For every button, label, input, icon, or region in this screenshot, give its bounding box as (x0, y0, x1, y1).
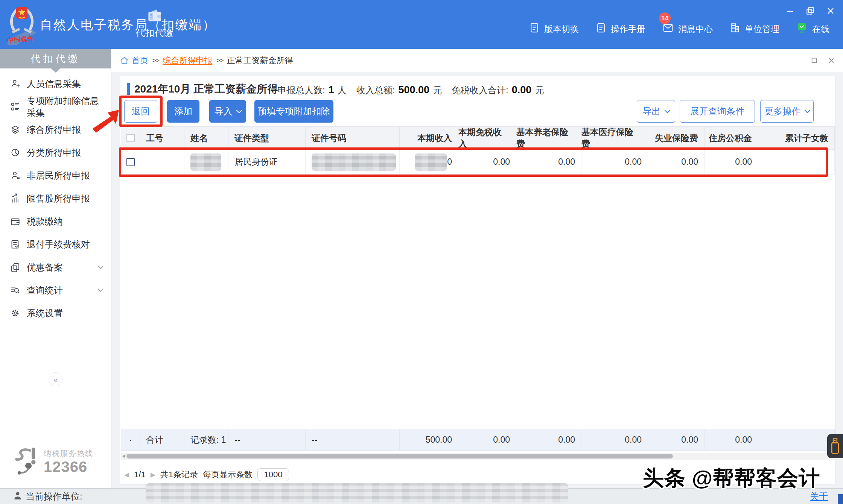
sidebar-item-label: 专项附加扣除信息采集 (27, 95, 103, 119)
sidebar-item-query-statistics[interactable]: 查询统计 (0, 279, 111, 302)
gear-icon (10, 308, 20, 318)
cell-pension: 0.00 (516, 150, 581, 174)
col-header-children-education: 累计子女教 (758, 127, 835, 149)
document-icon (595, 22, 607, 36)
chevron-down-icon (98, 263, 104, 269)
tab-withholding-module[interactable]: 代扣代缴 (129, 7, 180, 46)
import-button-label: 导入 (215, 105, 233, 117)
prefill-special-deduction-button[interactable]: 预填专项附加扣除 (254, 100, 333, 123)
col-header-cert-type: 证件类型 (228, 127, 306, 149)
header-menu: 版本切换 操作手册 14 消息中心 单位管理 在线 (529, 22, 829, 36)
menu-item-message-center[interactable]: 14 消息中心 (662, 22, 713, 36)
import-button[interactable]: 导入 (209, 100, 246, 123)
hotline-number: 12366 (44, 458, 93, 475)
sidebar-item-preferential-filing[interactable]: 优惠备案 (0, 256, 111, 279)
export-button[interactable]: 导出 (637, 100, 675, 123)
menu-item-unit-management[interactable]: 单位管理 (729, 22, 779, 36)
sidebar-collapse-button[interactable]: « (49, 372, 62, 386)
hotline-logo (12, 447, 39, 477)
stat-value: 1 (329, 84, 334, 96)
bar-chart-icon (10, 193, 20, 203)
sidebar-item-label: 优惠备案 (27, 261, 63, 273)
wallet-icon (129, 8, 180, 24)
hotline-label: 纳税服务热线 (44, 448, 93, 458)
scrollbar-thumb[interactable] (126, 454, 673, 458)
close-button[interactable] (826, 6, 835, 16)
add-button[interactable]: 添加 (167, 100, 199, 123)
total-cert-type-cell: -- (228, 429, 306, 450)
document-check-icon (10, 239, 20, 249)
sidebar-item-label: 综合所得申报 (27, 124, 81, 136)
col-header-name: 姓名 (184, 127, 228, 149)
copy-icon (10, 262, 20, 272)
cell-taxfree-income: 0.00 (458, 150, 516, 174)
breadcrumb-home[interactable]: 首页 (120, 55, 148, 66)
prefill-button-label: 预填专项附加扣除 (258, 105, 330, 117)
sidebar-item-restricted-stock-income[interactable]: 限售股所得申报 (0, 187, 111, 210)
row-checkbox-cell (121, 150, 140, 174)
expand-query-button[interactable]: 展开查询条件 (680, 100, 755, 123)
window-controls (785, 6, 835, 16)
sidebar-item-personnel-info[interactable]: 人员信息采集 (0, 72, 111, 95)
sidebar-item-refund-fee-check[interactable]: 退付手续费核对 (0, 233, 111, 256)
menu-item-online-status[interactable]: 在线 (796, 22, 829, 36)
stat-unit: 人 (338, 84, 347, 96)
total-medical-cell: 0.00 (581, 429, 648, 450)
period-title: 2021年10月 正常工资薪金所得 (134, 82, 278, 96)
more-actions-button[interactable]: 更多操作 (760, 100, 814, 123)
panel-restore-icon[interactable] (811, 57, 817, 64)
person-icon (10, 170, 20, 181)
total-pension-cell: 0.00 (516, 429, 581, 450)
form-list-icon (10, 102, 20, 112)
sidebar-item-special-deduction-info[interactable]: 专项附加扣除信息采集 (0, 95, 111, 118)
layers-icon (10, 124, 20, 135)
sidebar-item-comprehensive-income[interactable]: 综合所得申报 (0, 118, 111, 141)
home-icon (120, 56, 129, 65)
redacted-operator-unit (146, 483, 568, 502)
svg-text:中国税务: 中国税务 (7, 35, 35, 44)
next-page-button[interactable]: ▶ (151, 471, 155, 479)
breadcrumb-separator: >> (216, 56, 223, 65)
title-accent-bar (127, 83, 130, 95)
table-row[interactable]: 居民身份证 0 0.00 0.00 0.00 0.00 0.00 0 (121, 150, 835, 175)
scroll-left-arrow-icon[interactable] (122, 454, 125, 458)
sidebar-item-system-settings[interactable]: 系统设置 (0, 302, 111, 325)
usb-tray-widget[interactable] (827, 434, 843, 458)
select-all-checkbox[interactable] (126, 134, 135, 142)
page-indicator: 1/1 (134, 470, 146, 480)
menu-item-label: 单位管理 (745, 23, 779, 35)
cell-housing-fund: 0.00 (705, 150, 758, 174)
col-header-pension: 基本养老保险费 (516, 127, 581, 149)
chevron-down-icon (236, 107, 242, 113)
restore-button[interactable] (805, 6, 815, 16)
stat-label: 收入总额: (356, 84, 395, 96)
back-button[interactable]: 返回 (124, 100, 157, 123)
redacted-income (415, 153, 447, 171)
total-income-cell: 500.00 (400, 429, 458, 450)
breadcrumb-link-comprehensive-income[interactable]: 综合所得申报 (163, 55, 212, 66)
col-header-unemployment: 失业保险费 (648, 127, 705, 149)
minimize-button[interactable] (785, 6, 795, 16)
search-list-icon (10, 285, 20, 295)
cell-cert-no (306, 150, 400, 174)
stat-label: 申报总人数: (277, 84, 325, 96)
cell-current-income: 0 (400, 150, 458, 174)
prev-page-button[interactable]: ◀ (124, 471, 129, 479)
sidebar-item-tax-payment[interactable]: 税款缴纳 (0, 210, 111, 233)
chevron-down-icon (664, 107, 670, 113)
expand-query-label: 展开查询条件 (690, 105, 744, 117)
menu-item-version-switch[interactable]: 版本切换 (529, 22, 579, 36)
col-header-taxfree-income: 本期免税收入 (458, 127, 516, 149)
horizontal-scrollbar[interactable] (121, 453, 835, 460)
row-checkbox[interactable] (126, 158, 135, 166)
panel-close-icon[interactable] (828, 57, 835, 64)
export-button-label: 导出 (643, 105, 661, 117)
watermark-text: 头条 @帮帮客会计 (643, 464, 820, 493)
sidebar-item-classified-income[interactable]: 分类所得申报 (0, 141, 111, 164)
breadcrumb: 首页 >> 综合所得申报 >> 正常工资薪金所得 (111, 49, 843, 72)
breadcrumb-separator: >> (152, 56, 159, 65)
sidebar-item-nonresident-income[interactable]: 非居民所得申报 (0, 164, 111, 187)
per-page-input[interactable] (257, 468, 289, 481)
menu-item-manual[interactable]: 操作手册 (595, 22, 645, 36)
menu-item-label: 在线 (812, 23, 829, 35)
